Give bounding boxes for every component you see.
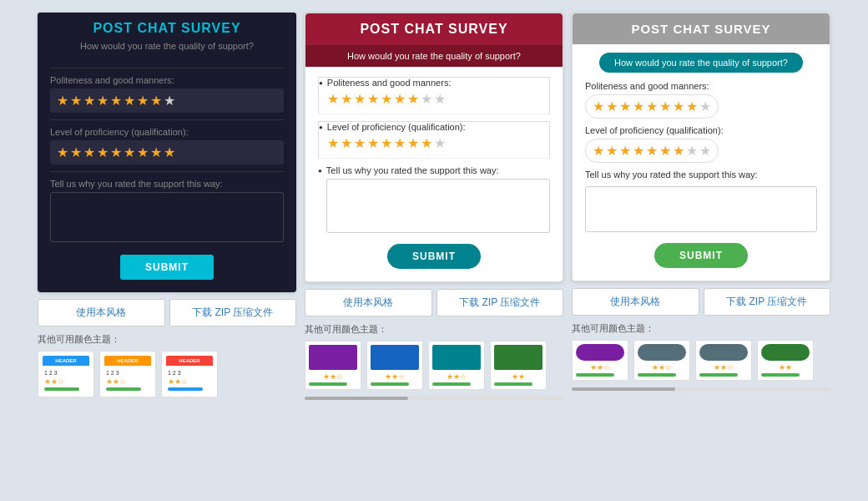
- swatch3-green-bar: [761, 373, 800, 377]
- card1-submit-button[interactable]: SUBMIT: [120, 255, 214, 280]
- star4[interactable]: ★: [97, 93, 108, 109]
- theme3-header: HEADER: [166, 356, 213, 366]
- swatch3-slate-color: [638, 344, 686, 361]
- card3-field1-label: Politeness and good manners:: [585, 81, 817, 91]
- star8[interactable]: ★: [150, 93, 162, 109]
- card3-field2: Level of proficiency (qualification): ★ …: [585, 125, 817, 163]
- card2-use-style-button[interactable]: 使用本风格: [305, 289, 432, 316]
- card1-stars2[interactable]: ★ ★ ★ ★ ★ ★ ★ ★ ★: [50, 140, 284, 164]
- star6[interactable]: ★: [124, 144, 135, 160]
- star5[interactable]: ★: [110, 144, 122, 160]
- card2-field2-content: Level of proficiency (qualification): ★ …: [327, 122, 549, 151]
- swatch3-slate-bar: [638, 373, 676, 377]
- card2-stars2[interactable]: ★ ★ ★ ★ ★ ★ ★ ★ ★: [327, 135, 549, 151]
- swatch3-purple[interactable]: ★★☆: [572, 340, 628, 381]
- card1-themes-label: 其他可用颜色主题：: [38, 333, 296, 346]
- theme-item-1[interactable]: HEADER 1 2 3 ★★☆: [38, 351, 94, 397]
- star9[interactable]: ★: [164, 144, 175, 160]
- card3-stars1[interactable]: ★ ★ ★ ★ ★ ★ ★ ★ ★: [585, 94, 719, 119]
- star3[interactable]: ★: [83, 144, 95, 160]
- card3-themes-scroll[interactable]: ★★☆ ★★☆ ★★☆ ★★: [572, 340, 830, 384]
- card3-header: POST CHAT SURVEY: [573, 13, 830, 44]
- theme-item-2[interactable]: HEADER 1 2 3 ★★☆: [99, 351, 156, 397]
- theme-item-3[interactable]: HEADER 1 2 3 ★★☆: [161, 351, 218, 397]
- card3-submit-button[interactable]: SUBMIT: [654, 243, 748, 268]
- star9[interactable]: ★: [164, 93, 175, 109]
- card2-download-button[interactable]: 下载 ZIP 压缩文件: [437, 289, 564, 316]
- survey-card-red: POST CHAT SURVEY How would you rate the …: [305, 13, 563, 282]
- card3-field1: Politeness and good manners: ★ ★ ★ ★ ★ ★…: [585, 81, 817, 119]
- swatch3-slate[interactable]: ★★☆: [633, 340, 690, 381]
- card3-scroll-indicator: [572, 387, 830, 391]
- card2-title: POST CHAT SURVEY: [310, 22, 558, 37]
- star2[interactable]: ★: [70, 93, 82, 109]
- swatch-purple[interactable]: ★★☆: [305, 341, 361, 390]
- bullet1-icon: ●: [319, 79, 323, 87]
- card2-submit-button[interactable]: SUBMIT: [387, 244, 481, 269]
- swatch3-purple-bar: [576, 373, 614, 377]
- swatch-green-bar: [494, 382, 532, 386]
- card1-subtitle: How would you rate the quality of suppor…: [42, 41, 292, 51]
- card1-actions: 使用本风格 下载 ZIP 压缩文件: [38, 299, 296, 326]
- swatch-blue[interactable]: ★★☆: [366, 341, 423, 390]
- card1-comment-input[interactable]: [50, 192, 284, 242]
- card3-subtitle: How would you rate the quality of suppor…: [599, 53, 804, 73]
- theme1-header: HEADER: [43, 356, 89, 366]
- card3-comment-input[interactable]: [585, 186, 817, 232]
- card1-title: POST CHAT SURVEY: [42, 21, 292, 36]
- card1-themes-scroll[interactable]: HEADER 1 2 3 ★★☆ HEADER 1 2 3 ★★☆: [38, 351, 296, 401]
- theme3-body: 1 2 3 ★★☆: [166, 368, 213, 392]
- star7[interactable]: ★: [137, 93, 149, 109]
- star7[interactable]: ★: [137, 144, 149, 160]
- card2-field1-label: Politeness and good manners:: [327, 78, 549, 88]
- survey-card-dark: POST CHAT SURVEY How would you rate the …: [38, 13, 296, 292]
- bullet2-icon: ●: [319, 124, 323, 131]
- card2-comment-input[interactable]: [326, 179, 550, 233]
- swatch-teal-color: [432, 345, 481, 370]
- card1-field3-label: Tell us why you rated the support this w…: [50, 171, 284, 189]
- swatch3-green[interactable]: ★★: [757, 340, 814, 381]
- card2-stars1[interactable]: ★ ★ ★ ★ ★ ★ ★ ★ ★: [327, 91, 549, 107]
- swatch-green[interactable]: ★★: [490, 341, 547, 390]
- swatch3-purple-color: [576, 344, 624, 361]
- star1[interactable]: ★: [57, 93, 68, 109]
- star2[interactable]: ★: [70, 144, 82, 160]
- swatch3-teal-bar: [699, 373, 738, 377]
- survey-card-gray: POST CHAT SURVEY How would you rate the …: [572, 13, 830, 281]
- star4[interactable]: ★: [97, 144, 108, 160]
- card2-subtitle: How would you rate the quality of suppor…: [347, 51, 521, 61]
- card2-themes-label: 其他可用颜色主题：: [305, 323, 563, 336]
- card1-themes: 其他可用颜色主题： HEADER 1 2 3 ★★☆ HEADE: [38, 333, 296, 401]
- card3-field2-label: Level of proficiency (qualification):: [585, 125, 817, 135]
- star6[interactable]: ★: [124, 93, 135, 109]
- card3-stars2[interactable]: ★ ★ ★ ★ ★ ★ ★ ★ ★: [585, 139, 719, 163]
- star3[interactable]: ★: [83, 93, 95, 109]
- card2-scroll-indicator: [305, 397, 563, 400]
- card3-actions: 使用本风格 下载 ZIP 压缩文件: [572, 288, 830, 316]
- card3-use-style-button[interactable]: 使用本风格: [572, 288, 699, 316]
- card1-use-style-button[interactable]: 使用本风格: [38, 299, 165, 326]
- card2-themes: 其他可用颜色主题： ★★☆ ★★☆ ★★☆: [305, 323, 563, 400]
- card3-field3-label: Tell us why you rated the support this w…: [585, 170, 817, 180]
- card1-wrapper: POST CHAT SURVEY How would you rate the …: [38, 13, 296, 401]
- card1-field1-label: Politeness and good manners:: [50, 68, 284, 85]
- theme1-body: 1 2 3 ★★☆: [43, 368, 89, 392]
- card2-subtitle-bar: How would you rate the quality of suppor…: [305, 45, 563, 67]
- card1-download-button[interactable]: 下载 ZIP 压缩文件: [169, 299, 297, 326]
- main-container: POST CHAT SURVEY How would you rate the …: [0, 0, 868, 413]
- card2-themes-scroll[interactable]: ★★☆ ★★☆ ★★☆ ★★: [305, 341, 563, 393]
- card3-download-button[interactable]: 下载 ZIP 压缩文件: [704, 288, 831, 316]
- card2-field2: ● Level of proficiency (qualification): …: [318, 121, 550, 159]
- star5[interactable]: ★: [110, 93, 122, 109]
- swatch3-teal[interactable]: ★★☆: [695, 340, 752, 381]
- star8[interactable]: ★: [150, 144, 162, 160]
- star1[interactable]: ★: [57, 144, 68, 160]
- card1-stars1[interactable]: ★ ★ ★ ★ ★ ★ ★ ★ ★: [50, 89, 284, 113]
- swatch-teal[interactable]: ★★☆: [428, 341, 485, 390]
- card3-themes-label: 其他可用颜色主题：: [572, 322, 830, 335]
- card3-wrapper: POST CHAT SURVEY How would you rate the …: [572, 13, 830, 401]
- swatch-blue-color: [371, 345, 419, 370]
- card2-field2-label: Level of proficiency (qualification):: [327, 122, 549, 132]
- card2-field3-label: Tell us why you rated the support this w…: [326, 165, 550, 175]
- swatch-purple-bar: [309, 382, 347, 386]
